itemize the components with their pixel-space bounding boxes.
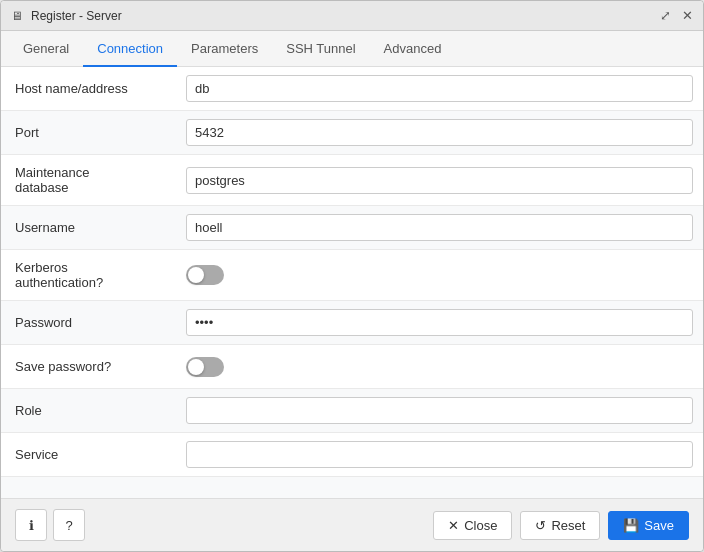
form-row-password: Password xyxy=(1,301,703,345)
close-window-button[interactable]: ✕ xyxy=(679,8,695,24)
tab-general[interactable]: General xyxy=(9,31,83,67)
tab-parameters[interactable]: Parameters xyxy=(177,31,272,67)
input-wrap-role xyxy=(176,391,703,430)
form-row-username: Username xyxy=(1,206,703,250)
maximize-button[interactable]: ⤢ xyxy=(657,8,673,24)
footer-left: ℹ ? xyxy=(15,509,85,541)
input-wrap-maintenance-db xyxy=(176,161,703,200)
role-input[interactable] xyxy=(186,397,693,424)
label-kerberos: Kerberosauthentication? xyxy=(1,250,176,300)
save-icon: 💾 xyxy=(623,518,639,533)
tab-advanced[interactable]: Advanced xyxy=(370,31,456,67)
close-button[interactable]: ✕ Close xyxy=(433,511,512,540)
titlebar: 🖥 Register - Server ⤢ ✕ xyxy=(1,1,703,31)
titlebar-controls: ⤢ ✕ xyxy=(657,8,695,24)
label-service: Service xyxy=(1,437,176,472)
label-password: Password xyxy=(1,305,176,340)
save-password-toggle[interactable] xyxy=(186,357,224,377)
password-input[interactable] xyxy=(186,309,693,336)
footer-right: ✕ Close ↺ Reset 💾 Save xyxy=(433,511,689,540)
maintenance-db-input[interactable] xyxy=(186,167,693,194)
form-row-host: Host name/address xyxy=(1,67,703,111)
help-button[interactable]: ? xyxy=(53,509,85,541)
save-password-thumb xyxy=(188,359,204,375)
input-wrap-service xyxy=(176,435,703,474)
kerberos-toggle[interactable] xyxy=(186,265,224,285)
form-row-kerberos: Kerberosauthentication? xyxy=(1,250,703,301)
input-wrap-password xyxy=(176,303,703,342)
form-row-role: Role xyxy=(1,389,703,433)
close-icon: ✕ xyxy=(448,518,459,533)
label-save-password: Save password? xyxy=(1,349,176,384)
reset-icon: ↺ xyxy=(535,518,546,533)
host-input[interactable] xyxy=(186,75,693,102)
tab-ssh-tunnel[interactable]: SSH Tunnel xyxy=(272,31,369,67)
titlebar-left: 🖥 Register - Server xyxy=(9,8,122,24)
tabs-bar: General Connection Parameters SSH Tunnel… xyxy=(1,31,703,67)
service-input[interactable] xyxy=(186,441,693,468)
input-wrap-kerberos xyxy=(176,259,703,291)
info-icon: ℹ xyxy=(29,518,34,533)
tab-connection[interactable]: Connection xyxy=(83,31,177,67)
save-button[interactable]: 💾 Save xyxy=(608,511,689,540)
port-input[interactable] xyxy=(186,119,693,146)
reset-label: Reset xyxy=(551,518,585,533)
form-body: Host name/address Port Maintenancedataba… xyxy=(1,67,703,498)
label-port: Port xyxy=(1,115,176,150)
help-icon: ? xyxy=(65,518,72,533)
form-row-service: Service xyxy=(1,433,703,477)
username-input[interactable] xyxy=(186,214,693,241)
input-wrap-save-password xyxy=(176,351,703,383)
reset-button[interactable]: ↺ Reset xyxy=(520,511,600,540)
kerberos-thumb xyxy=(188,267,204,283)
register-server-window: 🖥 Register - Server ⤢ ✕ General Connecti… xyxy=(0,0,704,552)
info-button[interactable]: ℹ xyxy=(15,509,47,541)
close-label: Close xyxy=(464,518,497,533)
label-role: Role xyxy=(1,393,176,428)
label-username: Username xyxy=(1,210,176,245)
save-label: Save xyxy=(644,518,674,533)
input-wrap-port xyxy=(176,113,703,152)
label-maintenance-db: Maintenancedatabase xyxy=(1,155,176,205)
footer: ℹ ? ✕ Close ↺ Reset 💾 Save xyxy=(1,498,703,551)
input-wrap-host xyxy=(176,69,703,108)
form-row-port: Port xyxy=(1,111,703,155)
window-icon: 🖥 xyxy=(9,8,25,24)
input-wrap-username xyxy=(176,208,703,247)
form-row-save-password: Save password? xyxy=(1,345,703,389)
window-title: Register - Server xyxy=(31,9,122,23)
label-host: Host name/address xyxy=(1,71,176,106)
form-row-maintenance-db: Maintenancedatabase xyxy=(1,155,703,206)
